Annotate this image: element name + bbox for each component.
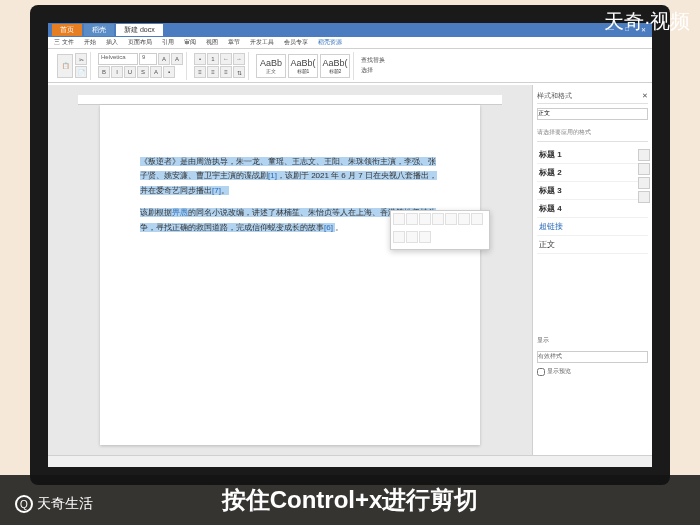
menu-layout[interactable]: 页面布局 [128,38,152,47]
decrease-font-button[interactable]: A [171,53,183,65]
line-spacing-button[interactable]: ⇅ [233,66,245,78]
document-area: 《叛逆者》是由周游执导，朱一龙、童瑶、王志文、王阳、朱珠领衔主演，李强、张子贤、… [48,85,652,455]
current-style-select[interactable]: 正文 [537,108,648,120]
ctx-more-button[interactable] [419,231,431,243]
style-item-h3[interactable]: 标题 3 [537,182,648,200]
monitor-frame: 首页 稻壳 新建 docx — □ ✕ 三 文件 开始 插入 页面布局 引用 审… [30,5,670,485]
right-mini-toolbar [638,149,650,203]
floating-mini-toolbar [390,210,490,250]
increase-font-button[interactable]: A [158,53,170,65]
ribbon-paragraph: • 1 ← → ≡ ≡ ≡ ⇅ [191,52,249,80]
panel-close-button[interactable]: ✕ [642,92,648,100]
align-left-button[interactable]: ≡ [194,66,206,78]
ctx-italic-button[interactable] [432,213,444,225]
preview-checkbox[interactable] [537,368,545,376]
ctx-bullets-button[interactable] [393,231,405,243]
menu-insert[interactable]: 插入 [106,38,118,47]
ctx-align-button[interactable] [471,213,483,225]
ctx-color-button[interactable] [445,213,457,225]
mini-btn-4[interactable] [638,191,650,203]
preview-checkbox-row[interactable]: 显示预览 [537,367,648,376]
horizontal-ruler[interactable] [78,95,502,105]
cut-button[interactable]: ✂ [75,53,87,65]
menu-references[interactable]: 引用 [162,38,174,47]
font-color-button[interactable]: A [150,66,162,78]
ribbon: 📋 ✂ 📄 Helvetica 9 A A B I [48,49,652,83]
document-page[interactable]: 《叛逆者》是由周游执导，朱一龙、童瑶、王志文、王阳、朱珠领衔主演，李强、张子贤、… [100,105,480,445]
ribbon-clipboard: 📋 ✂ 📄 [54,52,91,80]
menu-devtools[interactable]: 开发工具 [250,38,274,47]
italic-button[interactable]: I [111,66,123,78]
mini-btn-3[interactable] [638,177,650,189]
panel-instruction: 请选择要应用的格式 [537,124,648,142]
align-right-button[interactable]: ≡ [220,66,232,78]
style-list: 标题 1 标题 2 标题 3 标题 4 超链接 正文 [537,146,648,254]
menu-bar: 三 文件 开始 插入 页面布局 引用 审阅 视图 章节 开发工具 会员专享 稻壳… [48,37,652,49]
numbering-button[interactable]: 1 [207,53,219,65]
menu-resources[interactable]: 稻壳资源 [318,38,342,47]
menu-start[interactable]: 开始 [84,38,96,47]
mini-btn-2[interactable] [638,163,650,175]
panel-header: 样式和格式 ✕ [537,89,648,104]
page-container: 《叛逆者》是由周游执导，朱一龙、童瑶、王志文、王阳、朱珠领衔主演，李强、张子贤、… [48,85,532,455]
menu-section[interactable]: 章节 [228,38,240,47]
paragraph-1[interactable]: 《叛逆者》是由周游执导，朱一龙、童瑶、王志文、王阳、朱珠领衔主演，李强、张子贤、… [140,155,440,198]
mini-btn-1[interactable] [638,149,650,161]
ctx-indent-button[interactable] [406,231,418,243]
menu-view[interactable]: 视图 [206,38,218,47]
bottom-logo: Q 天奇生活 [15,495,93,513]
highlight-button[interactable]: ▪ [163,66,175,78]
style-item-h2[interactable]: 标题 2 [537,164,648,182]
style-item-normal[interactable]: 正文 [537,236,648,254]
ctx-font-button[interactable] [393,213,405,225]
indent-dec-button[interactable]: ← [220,53,232,65]
ctx-size-button[interactable] [406,213,418,225]
style-normal[interactable]: AaBb 正文 [256,54,286,78]
preview-checkbox-label: 显示预览 [547,367,571,376]
bold-button[interactable]: B [98,66,110,78]
panel-show-select[interactable]: 有效样式 [537,351,648,363]
top-watermark: 天奇·视频 [604,8,690,35]
tab-daoke[interactable]: 稻壳 [84,24,114,36]
copy-button[interactable]: 📄 [75,66,87,78]
style-heading1[interactable]: AaBb( 标题1 [288,54,318,78]
ribbon-font: Helvetica 9 A A B I U S A ▪ [95,52,187,80]
paste-button[interactable]: 📋 [57,54,73,78]
align-center-button[interactable]: ≡ [207,66,219,78]
panel-title: 样式和格式 [537,91,572,101]
style-item-h4[interactable]: 标题 4 [537,200,648,218]
title-bar: 首页 稻壳 新建 docx — □ ✕ [48,23,652,37]
font-name-select[interactable]: Helvetica [98,53,138,65]
font-size-select[interactable]: 9 [139,53,157,65]
styles-panel: 样式和格式 ✕ 正文 请选择要应用的格式 标题 1 标题 2 标题 3 标题 4… [532,85,652,455]
caption-text: 按住Control+x进行剪切 [222,484,479,516]
menu-member[interactable]: 会员专享 [284,38,308,47]
panel-show-label: 显示 [537,334,648,347]
style-item-h1[interactable]: 标题 1 [537,146,648,164]
select-button[interactable]: 选择 [361,66,385,75]
indent-inc-button[interactable]: → [233,53,245,65]
app-screen: 首页 稻壳 新建 docx — □ ✕ 三 文件 开始 插入 页面布局 引用 审… [48,23,652,467]
strike-button[interactable]: S [137,66,149,78]
find-replace-button[interactable]: 查找替换 [361,56,385,65]
style-heading2[interactable]: AaBb( 标题2 [320,54,350,78]
ctx-bold-button[interactable] [419,213,431,225]
menu-review[interactable]: 审阅 [184,38,196,47]
underline-button[interactable]: U [124,66,136,78]
ribbon-editing: 查找替换 选择 [358,52,388,80]
status-bar [48,455,652,467]
logo-text: 天奇生活 [37,495,93,513]
style-item-hyperlink[interactable]: 超链接 [537,218,648,236]
ribbon-styles: AaBb 正文 AaBb( 标题1 AaBb( 标题2 [253,52,354,80]
bullets-button[interactable]: • [194,53,206,65]
tab-document[interactable]: 新建 docx [116,24,163,36]
ctx-highlight-button[interactable] [458,213,470,225]
panel-footer: 显示 有效样式 显示预览 [537,334,648,376]
logo-icon: Q [15,495,33,513]
menu-file[interactable]: 三 文件 [54,38,74,47]
tab-strip: 首页 稻壳 新建 docx [52,24,163,36]
tab-home[interactable]: 首页 [52,24,82,36]
caption-bar: 按住Control+x进行剪切 [0,475,700,525]
